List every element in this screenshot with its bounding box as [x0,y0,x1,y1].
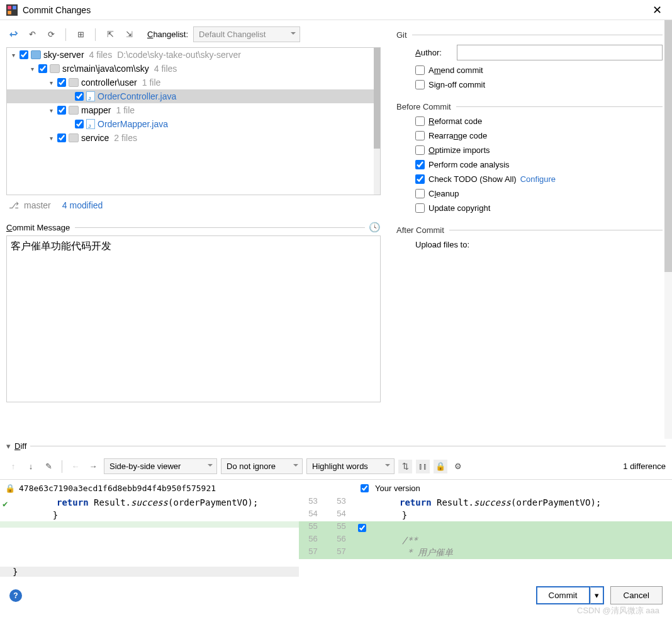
cancel-button[interactable]: Cancel [610,586,663,604]
line-checkbox[interactable] [358,524,366,532]
undo-icon[interactable]: ↶ [25,28,39,42]
author-input[interactable] [457,45,663,60]
lock-icon[interactable]: 🔒 [434,460,447,473]
next-diff-icon[interactable]: ↓ [24,460,38,473]
close-icon[interactable]: ✕ [649,3,666,17]
branch-name: master [24,200,51,210]
folder-icon [69,78,79,87]
configure-link[interactable]: Configure [520,174,556,184]
folder-icon [50,64,60,73]
tree-label: controller\user [81,77,137,88]
changelist-select[interactable]: Default Changelist [193,26,300,42]
folder-icon [69,133,79,142]
expander-icon[interactable]: ▾ [9,52,17,59]
diff-count: 1 difference [623,462,666,471]
expand-icon[interactable]: ⇱ [103,28,117,42]
tree-label: OrderController.java [98,91,176,101]
collapse-icon[interactable]: ⇲ [122,28,136,42]
tree-row-selected[interactable]: OrderController.java [7,89,380,103]
analysis-checkbox[interactable] [415,160,425,169]
tree-row[interactable]: OrderMapper.java [7,117,380,131]
tree-row[interactable]: ▾ src\main\java\com\sky 4 files [7,62,380,76]
diff-toolbar: ↑ ↓ ✎ ← → Side-by-side viewer Do not ign… [0,453,672,479]
svg-rect-3 [8,11,11,14]
settings-icon[interactable]: ⚙ [451,460,465,473]
history-icon[interactable]: 🕓 [369,222,381,233]
group-icon[interactable]: ⊞ [74,28,87,42]
file-tree[interactable]: ▾ sky-server 4 files D:\code\sky-take-ou… [6,47,381,195]
modified-count[interactable]: 4 modified [62,200,103,210]
tree-label: sky-server [43,50,84,60]
expander-icon[interactable]: ▾ [47,79,55,86]
tree-label: mapper [81,105,111,115]
edit-icon[interactable]: ✎ [42,460,55,473]
after-section: After Commit [396,225,663,235]
next-file-icon[interactable]: → [86,460,100,473]
commit-dropdown-icon[interactable]: ▾ [590,586,604,604]
check-icon: ✔ [3,499,8,509]
left-panel: ↶ ⟳ ⊞ ⇱ ⇲ CChangelist:hangelist: Default… [0,20,387,439]
reformat-label: Reformat code [428,116,482,126]
signoff-checkbox[interactable] [415,80,425,89]
tree-row[interactable]: ▾ sky-server 4 files D:\code\sky-take-ou… [7,48,380,62]
tree-checkbox[interactable] [57,133,66,142]
tree-row[interactable]: ▾ service 2 files [7,131,380,145]
tree-meta: 1 file [142,77,161,88]
scrollbar[interactable] [374,48,380,195]
diff-area: 🔒 478e63c7190a3ecd1f6d8ebb9d4f4b950f5759… [0,479,672,580]
tree-checkbox[interactable] [20,50,28,59]
diff-header: ▾ Diff Diff [0,439,672,453]
tree-row[interactable]: ▾ mapper 1 file [7,103,380,117]
ignore-select[interactable]: Do not ignore [221,458,303,474]
svg-rect-1 [8,6,11,9]
amend-checkbox[interactable] [415,65,425,75]
diff-right: Your version return Result.success(order… [356,480,672,580]
todo-checkbox[interactable] [415,174,425,184]
copyright-checkbox[interactable] [415,203,425,213]
viewer-select[interactable]: Side-by-side viewer [104,458,217,474]
upload-row: Upload files to: [415,240,663,249]
author-label: Author: [415,48,453,57]
tree-meta: 4 files [89,50,113,60]
tree-label: service [81,133,109,143]
expander-icon[interactable]: ▾ [47,135,55,142]
help-icon[interactable]: ? [9,589,22,602]
expander-icon[interactable]: ▾ [47,107,55,114]
copyright-label: Update copyright [428,203,490,213]
divider [75,227,365,228]
cleanup-checkbox[interactable] [415,189,425,198]
reload-icon[interactable]: ⟳ [44,28,58,42]
rearrange-label: Rearrange code [428,131,487,140]
sync-scroll-icon[interactable]: ⫿⫿ [416,460,430,473]
diff-gutter: 5353 5454 5555 5656 5757 [299,480,356,580]
refresh-icon[interactable] [6,28,20,42]
window-title: Commit Changes [23,5,649,15]
scrollbar[interactable] [664,20,672,439]
commit-message-input[interactable] [6,235,381,402]
author-row: Author: [415,45,663,60]
tree-checkbox[interactable] [57,106,66,115]
expander-icon[interactable]: ▾ [28,65,36,72]
tree-checkbox[interactable] [75,120,84,128]
tree-checkbox[interactable] [38,64,47,73]
tree-checkbox[interactable] [57,78,66,87]
java-file-icon [86,119,95,129]
tree-meta: 4 files [154,64,177,74]
diff-right-header: Your version [356,480,672,496]
separator [95,28,96,41]
highlight-select[interactable]: Highlight words [306,458,395,474]
prev-diff-icon[interactable]: ↑ [6,460,20,473]
rearrange-checkbox[interactable] [415,131,425,140]
prev-file-icon[interactable]: ← [69,460,82,473]
tree-label: src\main\java\com\sky [62,64,149,74]
collapse-unchanged-icon[interactable]: ⇅ [398,460,412,473]
expander-icon[interactable]: ▾ [6,441,11,451]
apply-checkbox[interactable] [361,484,369,492]
tree-checkbox[interactable] [75,92,84,101]
before-section: Before Commit [396,102,663,111]
optimize-checkbox[interactable] [415,145,425,155]
reformat-checkbox[interactable] [415,116,425,126]
commit-button[interactable]: Commit [536,586,590,604]
tree-meta: 1 file [116,105,135,115]
tree-row[interactable]: ▾ controller\user 1 file [7,76,380,89]
